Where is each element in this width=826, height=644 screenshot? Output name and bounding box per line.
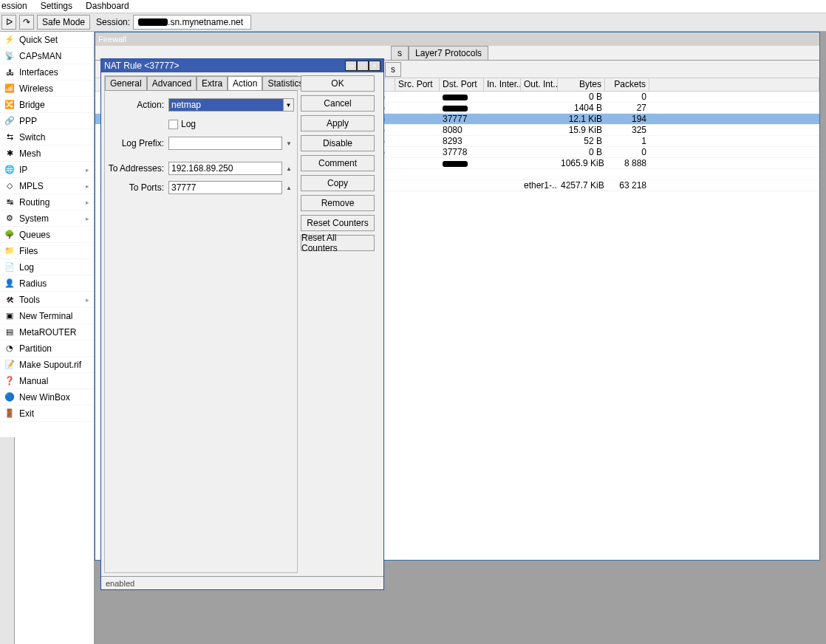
tab-general[interactable]: General	[105, 76, 147, 90]
session-host: .sn.mynetname.net	[168, 17, 243, 27]
menu-dashboard[interactable]: Dashboard	[86, 1, 129, 10]
sidebar-icon: 🔀	[4, 100, 15, 110]
sidebar-item-mesh[interactable]: ✱Mesh	[0, 145, 94, 162]
sidebar-item-radius[interactable]: 👤Radius	[0, 275, 94, 292]
cancel-button[interactable]: Cancel	[301, 95, 375, 112]
col-packets[interactable]: Packets	[605, 78, 649, 91]
redo-button[interactable]: ↷	[19, 15, 34, 30]
menu-session[interactable]: ession	[1, 1, 27, 10]
sidebar-item-log[interactable]: 📄Log	[0, 259, 94, 275]
toports-input[interactable]: 37777	[168, 181, 282, 194]
comment-button[interactable]: Comment	[301, 155, 375, 171]
chevron-up-icon[interactable]: ▲	[284, 181, 294, 194]
sidebar-icon: 👤	[4, 278, 15, 289]
dialog-status: enabled	[101, 576, 383, 589]
sidebar-icon: ◇	[4, 181, 15, 191]
sidebar-icon: 📝	[4, 360, 15, 370]
sidebar-item-partition[interactable]: ◔Partition	[0, 340, 94, 357]
col-srcport[interactable]: Src. Port	[395, 78, 440, 91]
toolbar: ᐅ ↷ Safe Mode Session: .sn.mynetname.net	[0, 13, 826, 32]
reset-counters-button[interactable]: Reset Counters	[301, 215, 375, 231]
apply-button[interactable]: Apply	[301, 115, 375, 131]
chevron-down-icon[interactable]: ▼	[284, 98, 294, 112]
dialog-titlebar[interactable]: NAT Rule <37777> ▭ □ ×	[101, 59, 383, 72]
firewall-titlebar[interactable]: Firewall	[95, 32, 819, 46]
sidebar-item-tools[interactable]: 🛠Tools	[0, 292, 94, 308]
redacted-icon	[138, 18, 168, 26]
col-inint[interactable]: In. Inter...	[484, 78, 521, 91]
tab-extra[interactable]: Extra	[197, 76, 228, 90]
menu-settings[interactable]: Settings	[41, 1, 72, 10]
sidebar-item-bridge[interactable]: 🔀Bridge	[0, 97, 94, 113]
sidebar-icon: 🚪	[4, 408, 15, 419]
dialog-tabs: GeneralAdvancedExtraActionStatistics	[105, 76, 297, 91]
sidebar-item-mpls[interactable]: ◇MPLS	[0, 178, 94, 194]
safe-mode-button[interactable]: Safe Mode	[37, 15, 90, 30]
logprefix-input[interactable]	[168, 137, 282, 150]
sidebar-item-ppp[interactable]: 🔗PPP	[0, 113, 94, 129]
toaddr-input[interactable]: 192.168.89.250	[168, 162, 282, 175]
sidebar-icon: ↹	[4, 197, 15, 208]
sidebar-item-switch[interactable]: ⇆Switch	[0, 129, 94, 145]
sidebar-item-exit[interactable]: 🚪Exit	[0, 405, 94, 422]
sidebar-item-queues[interactable]: 🌳Queues	[0, 227, 94, 243]
session-address[interactable]: .sn.mynetname.net	[133, 15, 251, 30]
sidebar-label: IP	[19, 165, 27, 175]
chevron-down-icon[interactable]: ▼	[284, 137, 294, 150]
sidebar-item-routing[interactable]: ↹Routing	[0, 194, 94, 210]
col-outint[interactable]: Out. Int...	[521, 78, 558, 91]
sidebar-label: Tools	[19, 295, 40, 305]
sidebar-label: CAPsMAN	[19, 51, 61, 61]
sidebar-icon: ▣	[4, 311, 15, 321]
col-bytes[interactable]: Bytes	[558, 78, 605, 91]
minimize-icon[interactable]: ▭	[345, 61, 357, 71]
sidebar-item-manual[interactable]: ❓Manual	[0, 373, 94, 389]
sidebar-label: Quick Set	[19, 35, 58, 45]
sidebar-item-interfaces[interactable]: 🖧Interfaces	[0, 64, 94, 80]
action-select[interactable]: netmap	[168, 98, 284, 112]
sidebar-icon: 📄	[4, 262, 15, 273]
sidebar-item-files[interactable]: 📁Files	[0, 243, 94, 259]
copy-button[interactable]: Copy	[301, 175, 375, 191]
sidebar-icon: ⚡	[4, 35, 15, 45]
tab-layer7[interactable]: Layer7 Protocols	[409, 46, 488, 60]
sidebar-label: Switch	[19, 132, 45, 143]
sidebar-label: New Terminal	[19, 311, 72, 321]
maximize-icon[interactable]: □	[357, 61, 369, 71]
sidebar-icon: 📶	[4, 83, 15, 94]
disable-button[interactable]: Disable	[301, 135, 375, 151]
sidebar-icon: 🌐	[4, 165, 15, 175]
sidebar-item-ip[interactable]: 🌐IP	[0, 162, 94, 178]
chevron-up-icon[interactable]: ▲	[284, 162, 294, 175]
sidebar-item-quick-set[interactable]: ⚡Quick Set	[0, 32, 94, 48]
sidebar-label: Log	[19, 262, 34, 273]
sidebar-label: Partition	[19, 343, 52, 354]
col-dstport[interactable]: Dst. Port	[440, 78, 484, 91]
sidebar-item-make-supout.rif[interactable]: 📝Make Supout.rif	[0, 357, 94, 373]
sidebar-icon: ◔	[4, 343, 15, 354]
tab-partial[interactable]: s	[391, 46, 409, 60]
sub-button[interactable]: s	[385, 62, 401, 77]
sidebar-item-capsman[interactable]: 📡CAPsMAN	[0, 48, 94, 64]
sidebar-label: Wireless	[19, 83, 53, 94]
sidebar-item-metarouter[interactable]: ▤MetaROUTER	[0, 324, 94, 340]
sidebar-icon: 🖧	[4, 67, 15, 78]
tab-advanced[interactable]: Advanced	[147, 76, 197, 90]
log-checkbox[interactable]	[168, 120, 178, 129]
sidebar-item-new-terminal[interactable]: ▣New Terminal	[0, 308, 94, 324]
sidebar-icon: ❓	[4, 376, 15, 386]
sidebar-icon: 📡	[4, 51, 15, 61]
tab-action[interactable]: Action	[228, 76, 262, 90]
sidebar-item-wireless[interactable]: 📶Wireless	[0, 80, 94, 97]
sidebar-label: Files	[19, 246, 38, 256]
remove-button[interactable]: Remove	[301, 195, 375, 211]
logprefix-label: Log Prefix:	[108, 138, 168, 148]
close-icon[interactable]: ×	[369, 61, 380, 71]
reset-all-counters-button[interactable]: Reset All Counters	[301, 235, 375, 251]
undo-button[interactable]: ᐅ	[1, 15, 16, 30]
ok-button[interactable]: OK	[301, 75, 375, 92]
sidebar-item-new-winbox[interactable]: 🔵New WinBox	[0, 389, 94, 405]
nat-rule-dialog: NAT Rule <37777> ▭ □ × GeneralAdvancedEx…	[100, 58, 384, 590]
sidebar-icon: 🔗	[4, 116, 15, 126]
sidebar-item-system[interactable]: ⚙System	[0, 210, 94, 227]
